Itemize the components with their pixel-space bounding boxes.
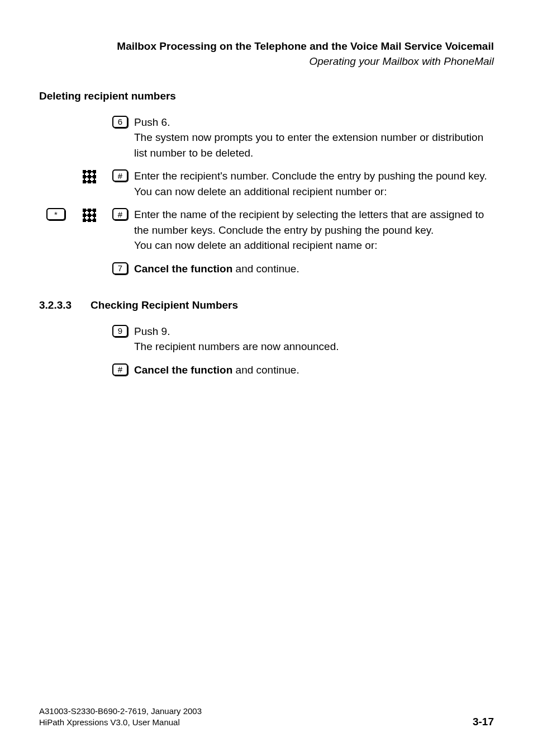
- instruction-row: # Cancel the function and continue.: [39, 362, 494, 378]
- instruction-text: Cancel the function and continue.: [134, 261, 494, 277]
- col-left: [39, 324, 73, 325]
- body-text: Enter the recipient's number. Conclude t…: [134, 170, 487, 182]
- subsection-number: 3.2.3.3: [39, 299, 72, 311]
- tail-text: You can now delete an additional recipie…: [134, 186, 387, 197]
- col-mid: [73, 168, 106, 186]
- keycap-9: 9: [112, 325, 128, 337]
- instruction-row: 6 Push 6. The system now prompts you to …: [39, 115, 494, 161]
- col-left: [39, 115, 73, 116]
- keycap-6: 6: [112, 116, 128, 128]
- footer-line1: A31003-S2330-B690-2-7619, January 2003: [39, 706, 202, 717]
- tail-text: You can now delete an additional recipie…: [134, 239, 378, 251]
- section-heading: Deleting recipient numbers: [39, 90, 494, 102]
- instruction-row: # Enter the recipient's number. Conclude…: [39, 168, 494, 199]
- col-key: 6: [106, 115, 134, 128]
- col-mid: [73, 115, 106, 116]
- page-footer: A31003-S2330-B690-2-7619, January 2003 H…: [39, 706, 494, 729]
- lead-text: Push 9.: [134, 325, 170, 337]
- col-key: 7: [106, 261, 134, 275]
- col-mid: [73, 261, 106, 262]
- keycap-7: 7: [112, 262, 128, 275]
- col-key: #: [106, 168, 134, 182]
- col-mid: [73, 207, 106, 225]
- page-number: 3-17: [473, 716, 494, 728]
- header-title: Mailbox Processing on the Telephone and …: [39, 39, 494, 54]
- bold-text: Cancel the function: [134, 263, 232, 275]
- lead-text: Push 6.: [134, 116, 170, 128]
- subsection-title: Checking Recipient Numbers: [91, 299, 238, 311]
- instruction-text: Enter the name of the recipient by selec…: [134, 207, 494, 253]
- subsection-heading: 3.2.3.3 Checking Recipient Numbers: [39, 299, 494, 311]
- col-left: [39, 362, 73, 363]
- col-left: [39, 168, 73, 169]
- col-left: [39, 261, 73, 262]
- instruction-text: Push 6. The system now prompts you to en…: [134, 115, 494, 161]
- bold-text: Cancel the function: [134, 364, 232, 376]
- page: Mailbox Processing on the Telephone and …: [0, 0, 533, 756]
- instruction-row: * # Enter the name of the recipient by s…: [39, 207, 494, 253]
- col-left: *: [39, 207, 73, 220]
- keypad-icon: [82, 169, 97, 186]
- footer-line2: HiPath Xpressions V3.0, User Manual: [39, 717, 202, 728]
- instruction-text: Enter the recipient's number. Conclude t…: [134, 168, 494, 199]
- instruction-row: 7 Cancel the function and continue.: [39, 261, 494, 277]
- page-header: Mailbox Processing on the Telephone and …: [39, 39, 494, 68]
- body-text: Enter the name of the recipient by selec…: [134, 209, 484, 236]
- instruction-text: Push 9. The recipient numbers are now an…: [134, 324, 494, 355]
- col-mid: [73, 362, 106, 363]
- body-text: The system now prompts you to enter the …: [134, 131, 483, 159]
- keycap-pound: #: [112, 363, 128, 376]
- col-key: 9: [106, 324, 134, 337]
- after-text: and continue.: [232, 263, 299, 275]
- after-text: and continue.: [232, 364, 299, 376]
- keycap-pound: #: [112, 169, 128, 182]
- instruction-row: 9 Push 9. The recipient numbers are now …: [39, 324, 494, 355]
- col-mid: [73, 324, 106, 325]
- header-subtitle: Operating your Mailbox with PhoneMail: [39, 55, 494, 68]
- keycap-pound: #: [112, 208, 128, 220]
- col-key: #: [106, 362, 134, 376]
- instruction-text: Cancel the function and continue.: [134, 362, 494, 378]
- col-key: #: [106, 207, 134, 220]
- footer-left: A31003-S2330-B690-2-7619, January 2003 H…: [39, 706, 202, 729]
- keypad-icon: [82, 208, 97, 225]
- keycap-star: *: [46, 208, 65, 220]
- body-text: The recipient numbers are now announced.: [134, 341, 339, 352]
